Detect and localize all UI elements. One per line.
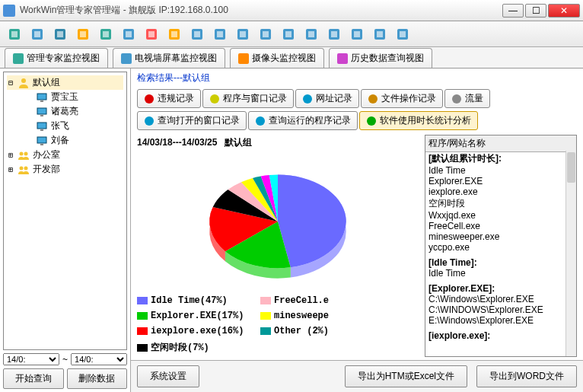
- svg-point-56: [368, 94, 378, 104]
- toolbar-icon-15[interactable]: [347, 24, 367, 44]
- stat-name: E:\Windows\Explorer.EXE: [428, 315, 534, 326]
- toolbar-icon-10[interactable]: [233, 24, 253, 44]
- scrollbar[interactable]: [565, 151, 576, 356]
- legend-item: Idle Time(47%): [137, 295, 251, 306]
- toolbar-icon-13[interactable]: [301, 24, 321, 44]
- group-icon: [18, 149, 30, 161]
- tree-user[interactable]: 贾宝玉: [25, 90, 123, 104]
- record-tab[interactable]: 网址记录: [295, 89, 359, 108]
- stat-name: yccpo.exe: [428, 242, 470, 253]
- svg-rect-25: [285, 31, 292, 37]
- svg-point-51: [20, 166, 24, 170]
- stat-name: minesweeper.exe: [428, 231, 499, 242]
- svg-rect-39: [337, 53, 348, 64]
- legend-label: 空闲时段(7%): [151, 341, 209, 354]
- export-html-button[interactable]: 导出为HTM或Excel文件: [345, 365, 467, 387]
- section-title: [Idle Time]:: [428, 257, 477, 268]
- settings-button[interactable]: 系统设置: [137, 365, 199, 387]
- stat-name: iexplore.exe: [428, 186, 478, 197]
- stat-row[interactable]: Idle Time: [425, 268, 576, 279]
- toolbar-icon-6[interactable]: [142, 24, 161, 44]
- record-tab-label: 程序与窗口记录: [223, 92, 287, 105]
- nav-tab-0[interactable]: 管理专家监控视图: [5, 48, 108, 68]
- record-tab[interactable]: 查询打开的窗口记录: [137, 111, 247, 130]
- toolbar-icon-12[interactable]: [279, 24, 298, 44]
- record-tab[interactable]: 程序与窗口记录: [202, 89, 294, 108]
- svg-rect-44: [40, 115, 43, 116]
- svg-point-54: [210, 94, 219, 104]
- toolbar-icon-16[interactable]: [370, 24, 390, 44]
- record-tab[interactable]: 查询运行的程序记录: [248, 111, 358, 130]
- tree-root[interactable]: ⊟ 默认组: [7, 75, 123, 90]
- tree-user[interactable]: 张飞: [25, 119, 123, 133]
- stat-row[interactable]: Explorer.EXE2: [425, 176, 576, 186]
- export-word-button[interactable]: 导出到WORD文件: [476, 365, 577, 387]
- svg-rect-3: [34, 31, 40, 37]
- stats-header: 程序/网站名称: [425, 135, 576, 152]
- svg-point-52: [24, 166, 28, 170]
- svg-rect-41: [37, 94, 46, 100]
- toolbar-icon-7[interactable]: [164, 24, 184, 44]
- stat-row[interactable]: minesweeper.exe4: [425, 231, 576, 242]
- maximize-button[interactable]: ☐: [525, 4, 546, 18]
- stat-row[interactable]: iexplore.exe2: [425, 186, 576, 197]
- date-start-select[interactable]: 14/0:: [3, 353, 59, 365]
- stat-row[interactable]: E:\Windows\Explorer.EXE: [425, 315, 576, 326]
- record-tab[interactable]: 流量: [444, 89, 490, 108]
- delete-button[interactable]: 删除数据: [67, 368, 128, 389]
- nav-tab-label: 管理专家监控视图: [27, 52, 100, 65]
- close-button[interactable]: ✕: [548, 4, 580, 18]
- tree-group[interactable]: ⊞办公室: [7, 148, 123, 162]
- svg-rect-19: [217, 31, 223, 37]
- nav-tab-3[interactable]: 历史数据查询视图: [329, 48, 432, 68]
- legend-item: Other (2%): [260, 326, 374, 336]
- date-end-select[interactable]: 14/0:: [71, 353, 127, 365]
- stat-row[interactable]: C:\Windows\Explorer.EXE: [425, 294, 576, 304]
- toolbar-icon-2[interactable]: [50, 24, 70, 44]
- tree-user[interactable]: 诸葛亮: [25, 104, 123, 119]
- legend-label: Explorer.EXE(17%): [151, 311, 244, 321]
- nav-tab-2[interactable]: 摄像头监控视图: [230, 48, 324, 68]
- window-title: WorkWin管理专家管理端 - 旗舰版 IP:192.168.0.100: [20, 4, 502, 17]
- nav-tab-1[interactable]: 电视墙屏幕监控视图: [113, 48, 225, 68]
- toolbar-icon-0[interactable]: [5, 24, 24, 44]
- record-tab-label: 违规记录: [158, 92, 194, 105]
- stat-row[interactable]: Idle Time6: [425, 165, 576, 176]
- record-tab[interactable]: 违规记录: [137, 89, 201, 108]
- stat-row[interactable]: C:\WINDOWS\Explorer.EXE: [425, 304, 576, 315]
- toolbar-icon-9[interactable]: [210, 24, 230, 44]
- tree-group[interactable]: ⊞开发部: [7, 162, 123, 177]
- stat-row[interactable]: yccpo.exe3: [425, 242, 576, 253]
- svg-rect-42: [40, 100, 43, 102]
- legend-label: iexplore.exe(16%): [151, 326, 244, 336]
- svg-rect-33: [377, 31, 383, 37]
- stat-row[interactable]: Wxxjqd.exe: [425, 210, 576, 221]
- record-tab[interactable]: 软件使用时长统计分析: [359, 111, 478, 130]
- legend-label: minesweepe: [274, 311, 329, 321]
- toolbar-icon-11[interactable]: [256, 24, 276, 44]
- toolbar-icon-14[interactable]: [324, 24, 344, 44]
- svg-rect-11: [126, 31, 132, 37]
- user-name: 贾宝玉: [51, 91, 78, 104]
- query-button[interactable]: 开始查询: [3, 368, 64, 389]
- stats-panel[interactable]: 程序/网站名称 [默认组累计时长]:Idle Time6Explorer.EXE…: [425, 135, 577, 357]
- toolbar-icon-17[interactable]: [393, 24, 413, 44]
- toolbar-icon-4[interactable]: [96, 24, 116, 44]
- nav-tab-label: 摄像头监控视图: [252, 52, 316, 65]
- group-tree[interactable]: ⊟ 默认组 贾宝玉诸葛亮张飞刘备 ⊞办公室⊞开发部: [3, 72, 127, 350]
- toolbar-icon-8[interactable]: [187, 24, 207, 44]
- record-tab-label: 查询打开的窗口记录: [158, 114, 240, 127]
- user-name: 刘备: [51, 134, 69, 147]
- toolbar-icon-5[interactable]: [119, 24, 139, 44]
- stat-row[interactable]: 空闲时段: [425, 197, 576, 210]
- toolbar-icon-3[interactable]: [73, 24, 93, 44]
- chart-title: 14/03/18---14/03/25 默认组: [137, 135, 419, 151]
- minimize-button[interactable]: —: [502, 4, 524, 18]
- svg-rect-38: [238, 53, 249, 64]
- toolbar-icon-1[interactable]: [27, 24, 47, 44]
- svg-rect-1: [11, 31, 18, 37]
- record-tab[interactable]: 文件操作记录: [361, 89, 443, 108]
- stat-row[interactable]: FreeCell.exe: [425, 221, 576, 231]
- users-icon: [18, 77, 30, 89]
- tree-user[interactable]: 刘备: [25, 133, 123, 148]
